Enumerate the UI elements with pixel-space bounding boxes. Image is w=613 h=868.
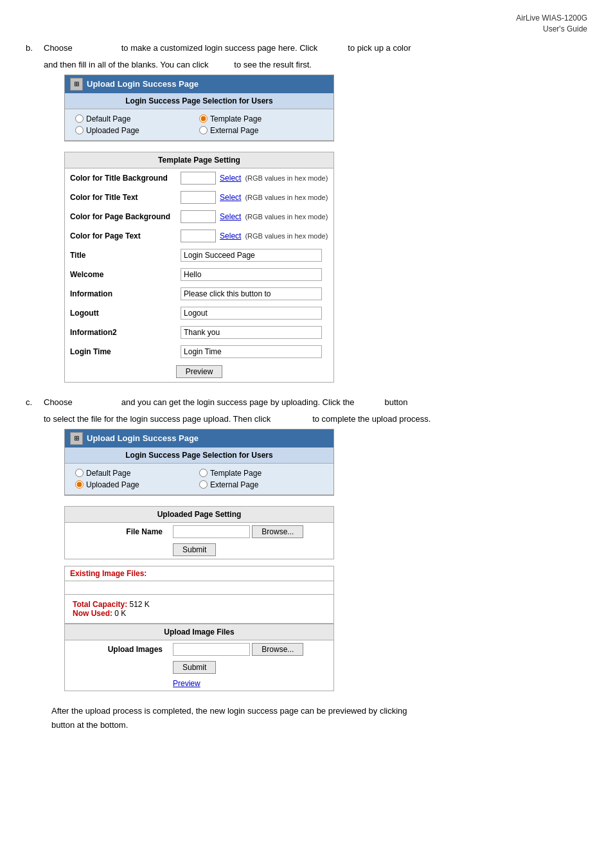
after-text-line1: After the upload process is completed, t… <box>51 706 407 716</box>
selection-header-c: Login Success Page Selection for Users <box>65 448 333 464</box>
rgb-hint-page-text: (RGB values in hex mode) <box>245 232 328 240</box>
logoutt-row: Logoutt <box>65 303 333 323</box>
color-title-text-row: Color for Title Text Select (RGB values … <box>65 188 333 207</box>
logoutt-input[interactable] <box>181 307 322 320</box>
submit-row-upload: Submit <box>65 658 333 676</box>
radio-grid-b: Default Page Template Page Uploaded Page… <box>65 109 333 140</box>
browse-button-upload[interactable]: Browse... <box>252 643 303 656</box>
template-settings-table: Color for Title Background Select (RGB v… <box>65 168 333 361</box>
file-name-row: File Name Browse... <box>65 523 333 541</box>
uploaded-panel: Uploaded Page Setting File Name Browse..… <box>64 506 334 559</box>
after-text: After the upload process is completed, t… <box>51 704 587 732</box>
intro-c-text2: to select the file for the login success… <box>44 412 431 426</box>
upload-image-table: Upload Images Browse... Submit Preview <box>65 640 333 691</box>
selection-header: Login Success Page Selection for Users <box>65 93 333 109</box>
bullet-c: c. <box>26 395 39 410</box>
now-used: Now Used: 0 K <box>73 609 326 618</box>
upload-image-panel: Upload Image Files Upload Images Browse.… <box>64 624 334 691</box>
section-c: c. Choose and you can get the login succ… <box>26 395 587 732</box>
panel-title-bar-c: ⊞ Upload Login Success Page <box>65 429 333 448</box>
information2-row: Information2 <box>65 323 333 342</box>
color-box-title-bg <box>181 172 216 185</box>
welcome-row: Welcome <box>65 265 333 284</box>
upload-images-input[interactable] <box>173 643 250 656</box>
template-header: Template Page Setting <box>65 152 333 168</box>
color-box-page-text <box>181 230 216 242</box>
panel-title-text: Upload Login Success Page <box>87 79 199 89</box>
rgb-hint-title-bg: (RGB values in hex mode) <box>245 174 328 182</box>
submit-row-c: Submit <box>65 541 333 559</box>
radio-template-page[interactable]: Template Page <box>199 114 323 123</box>
intro-b-text: Choose to make a customized login succes… <box>44 41 411 55</box>
existing-files-content <box>65 581 333 594</box>
color-box-title-text <box>181 191 216 204</box>
product-name: AirLive WIAS-1200G <box>516 14 587 23</box>
uploaded-header: Uploaded Page Setting <box>65 507 333 523</box>
select-link-page-bg[interactable]: Select <box>220 212 241 221</box>
select-link-title-text[interactable]: Select <box>220 193 241 202</box>
template-panel: Template Page Setting Color for Title Ba… <box>64 152 334 383</box>
select-link-page-text[interactable]: Select <box>220 231 241 240</box>
section-b-panel: ⊞ Upload Login Success Page Login Succes… <box>64 75 587 383</box>
color-page-bg-row: Color for Page Background Select (RGB va… <box>65 207 333 226</box>
panel-icon: ⊞ <box>70 78 83 91</box>
bullet-b: b. <box>26 41 39 55</box>
existing-files-header: Existing Image Files: <box>65 566 333 581</box>
total-capacity: Total Capacity: 512 K <box>73 600 326 609</box>
radio-grid-c: Default Page Template Page Uploaded Page… <box>65 464 333 494</box>
title-row: Title <box>65 246 333 265</box>
radio-uploaded-page[interactable]: Uploaded Page <box>75 126 199 135</box>
browse-button-c[interactable]: Browse... <box>252 525 303 538</box>
panel-title-bar: ⊞ Upload Login Success Page <box>65 75 333 93</box>
existing-files-panel: Existing Image Files: <box>64 566 334 595</box>
rgb-hint-title-text: (RGB values in hex mode) <box>245 194 328 201</box>
radio-external-page[interactable]: External Page <box>199 126 323 135</box>
preview-button-b[interactable]: Preview <box>176 365 223 378</box>
submit-button-upload[interactable]: Submit <box>173 661 216 674</box>
welcome-input[interactable] <box>181 268 322 281</box>
preview-row-b: Preview <box>65 361 333 382</box>
intro-b-text2: and then fill in all of the blanks. You … <box>44 58 312 72</box>
panel-icon-c: ⊞ <box>70 432 83 445</box>
upload-images-row: Upload Images Browse... <box>65 640 333 658</box>
panel-title-text-c: Upload Login Success Page <box>87 433 199 443</box>
file-name-input[interactable] <box>173 525 250 538</box>
uploaded-settings-table: File Name Browse... Submit <box>65 523 333 559</box>
radio-external-page-c[interactable]: External Page <box>199 480 323 489</box>
section-b: b. Choose to make a customized login suc… <box>26 41 587 383</box>
submit-button-c[interactable]: Submit <box>173 543 216 556</box>
select-link-title-bg[interactable]: Select <box>220 174 241 183</box>
radio-default-page[interactable]: Default Page <box>75 114 199 123</box>
information-row: Information <box>65 284 333 303</box>
radio-template-page-c[interactable]: Template Page <box>199 469 323 478</box>
upload-image-header: Upload Image Files <box>65 624 333 640</box>
login-time-row: Login Time <box>65 342 333 361</box>
preview-link[interactable]: Preview <box>173 679 200 688</box>
preview-row-upload: Preview <box>65 676 333 691</box>
title-input[interactable] <box>181 249 322 262</box>
color-title-bg-row: Color for Title Background Select (RGB v… <box>65 168 333 188</box>
section-c-panel: ⊞ Upload Login Success Page Login Succes… <box>64 429 587 691</box>
capacity-section: Total Capacity: 512 K Now Used: 0 K <box>64 595 334 624</box>
product-header: AirLive WIAS-1200G User's Guide <box>26 13 587 35</box>
information-input[interactable] <box>181 287 322 300</box>
guide-label: User's Guide <box>543 24 587 33</box>
color-page-text-row: Color for Page Text Select (RGB values i… <box>65 226 333 246</box>
information2-input[interactable] <box>181 326 322 339</box>
rgb-hint-page-bg: (RGB values in hex mode) <box>245 213 328 221</box>
login-time-input[interactable] <box>181 345 322 358</box>
color-box-page-bg <box>181 210 216 223</box>
intro-c-text: Choose and you can get the login success… <box>44 395 408 410</box>
after-text-line2: button at the bottom. <box>51 720 128 730</box>
radio-uploaded-page-c[interactable]: Uploaded Page <box>75 480 199 489</box>
radio-default-page-c[interactable]: Default Page <box>75 469 199 478</box>
